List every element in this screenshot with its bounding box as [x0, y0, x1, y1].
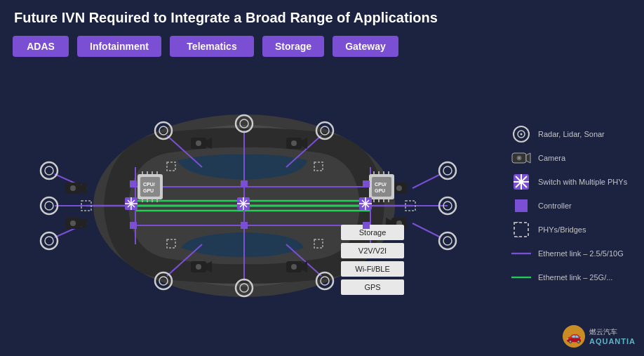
legend-item-phys: PHYs/Bridges [511, 220, 633, 239]
car-area: CPU/ GPU CPU/ GPU [7, 62, 502, 349]
svg-point-38 [45, 202, 53, 210]
legend-phys-label: PHYs/Bridges [538, 225, 586, 235]
svg-point-132 [521, 133, 523, 136]
radar-icon [511, 124, 531, 144]
svg-point-67 [196, 264, 201, 270]
svg-rect-122 [363, 180, 370, 187]
svg-text:GPU: GPU [143, 188, 154, 193]
svg-text:Wi-Fi/BLE: Wi-Fi/BLE [355, 265, 390, 273]
svg-marker-57 [81, 218, 86, 229]
tab-infotainment[interactable]: Infotainment [77, 36, 161, 57]
camera-icon [511, 148, 531, 168]
svg-text:GPS: GPS [364, 283, 380, 291]
controller-icon [511, 196, 531, 216]
legend-item-eth1: Ethernet link – 2.5/5/10G [511, 244, 633, 263]
legend-switch-label: Switch with Multiple PHYs [538, 177, 627, 187]
svg-point-52 [291, 140, 297, 146]
svg-point-40 [45, 237, 53, 245]
watermark-brand-text: AQUANTIA [589, 337, 636, 345]
svg-rect-84 [372, 177, 391, 197]
legend-eth2-label: Ethernet link – 25G/... [538, 272, 612, 282]
svg-point-41 [439, 162, 456, 179]
tab-gateway[interactable]: Gateway [333, 36, 398, 57]
main-container: Future IVN Required to Integrate a Broad… [0, 0, 644, 356]
svg-point-49 [196, 140, 201, 146]
car-diagram: CPU/ GPU CPU/ GPU [27, 97, 483, 315]
legend-item-controller: Controller [511, 196, 633, 216]
svg-point-35 [41, 162, 58, 179]
svg-rect-118 [130, 180, 137, 187]
svg-rect-123 [363, 222, 370, 229]
svg-point-42 [443, 166, 452, 175]
legend-eth1-label: Ethernet link – 2.5/5/10G [538, 249, 624, 258]
svg-text:CPU/: CPU/ [375, 182, 387, 187]
svg-text:CPU/: CPU/ [143, 182, 155, 187]
tab-adas[interactable]: ADAS [13, 36, 69, 57]
svg-rect-121 [241, 222, 248, 229]
svg-point-70 [291, 264, 297, 270]
content-area: CPU/ GPU CPU/ GPU [0, 62, 644, 356]
svg-line-16 [412, 223, 441, 237]
legend-controller-label: Controller [538, 201, 572, 211]
svg-point-136 [518, 157, 521, 159]
watermark-cn-text: 燃云汽车 [589, 327, 636, 337]
svg-point-36 [45, 166, 53, 175]
svg-rect-72 [140, 177, 160, 197]
watermark: 🚗 燃云汽车 AQUANTIA [563, 325, 636, 348]
eth1-icon [511, 244, 531, 263]
svg-rect-143 [514, 223, 528, 237]
switch-icon [511, 172, 531, 192]
legend-item-camera: Camera [511, 148, 633, 168]
svg-rect-142 [515, 199, 528, 212]
legend-item-switch: Switch with Multiple PHYs [511, 172, 633, 192]
svg-point-45 [439, 232, 456, 249]
watermark-text: 燃云汽车 AQUANTIA [589, 327, 636, 345]
legend-camera-label: Camera [538, 153, 565, 163]
svg-text:Storage: Storage [358, 228, 386, 237]
svg-marker-134 [526, 153, 530, 163]
phys-icon [511, 220, 531, 239]
eth2-icon [511, 268, 531, 287]
svg-line-15 [412, 174, 441, 188]
title-bar: Future IVN Required to Integrate a Broad… [0, 0, 644, 32]
tab-telematics[interactable]: Telematics [170, 36, 254, 57]
svg-rect-120 [241, 180, 248, 187]
svg-text:GPU: GPU [375, 188, 385, 193]
legend-item-radar: Radar, Lidar, Sonar [511, 124, 633, 144]
watermark-icon: 🚗 [563, 325, 585, 348]
svg-point-61 [396, 185, 402, 191]
svg-marker-54 [81, 183, 86, 194]
tab-storage[interactable]: Storage [262, 36, 324, 57]
legend-radar-label: Radar, Lidar, Sonar [538, 129, 605, 139]
category-bar: ADAS Infotainment Telematics Storage Gat… [0, 32, 644, 62]
svg-point-39 [41, 232, 58, 249]
svg-text:V2V/V2I: V2V/V2I [358, 246, 386, 255]
svg-rect-119 [130, 222, 137, 229]
svg-point-46 [443, 237, 452, 245]
page-title: Future IVN Required to Integrate a Broad… [14, 10, 630, 26]
legend-area: Radar, Lidar, Sonar Camera [507, 62, 637, 349]
svg-point-55 [70, 185, 76, 191]
svg-point-58 [70, 220, 76, 226]
legend-item-eth2: Ethernet link – 25G/... [511, 268, 633, 287]
